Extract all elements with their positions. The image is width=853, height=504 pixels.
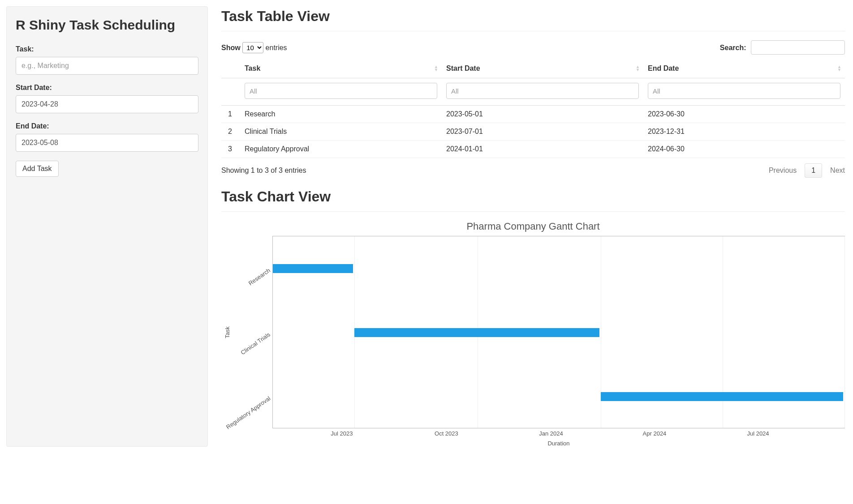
col-header-start[interactable]: Start Date ▲▼ (442, 59, 643, 78)
pagination: Previous 1 Next (769, 163, 845, 178)
chart-x-tick-label: Oct 2023 (435, 430, 458, 437)
chart-x-ticks: Jul 2023Oct 2023Jan 2024Apr 2024Jul 2024 (272, 428, 758, 437)
chart-y-category-label: Research (247, 267, 271, 286)
cell-start: 2023-05-01 (442, 106, 643, 123)
cell-end: 2023-12-31 (643, 123, 845, 141)
gantt-bar (601, 392, 843, 401)
show-label-pre: Show (221, 44, 241, 51)
cell-index: 2 (221, 123, 240, 141)
chart-x-tick-label: Apr 2024 (643, 430, 667, 437)
task-table: Task ▲▼ Start Date ▲▼ End Date ▲▼ (221, 59, 845, 158)
gantt-chart: Pharma Company Gantt Chart Task Research… (221, 221, 845, 447)
chart-xlabel: Duration (272, 440, 845, 447)
sort-icon: ▲▼ (837, 65, 841, 72)
table-row[interactable]: 3 Regulatory Approval 2024-01-01 2024-06… (221, 141, 845, 158)
sort-icon: ▲▼ (434, 65, 438, 72)
start-date-label: Start Date: (16, 84, 198, 92)
chart-x-tick-label: Jul 2023 (331, 430, 353, 437)
table-row[interactable]: 1 Research 2023-05-01 2023-06-30 (221, 106, 845, 123)
divider (221, 211, 845, 212)
task-input[interactable] (16, 57, 198, 75)
chart-y-categories: ResearchClinical TrialsRegulatory Approv… (233, 236, 272, 428)
app-title: R Shiny Task Scheduling (16, 17, 198, 33)
end-date-label: End Date: (16, 122, 198, 130)
add-task-button[interactable]: Add Task (16, 161, 59, 177)
sidebar-panel: R Shiny Task Scheduling Task: Start Date… (6, 6, 208, 447)
cell-end: 2023-06-30 (643, 106, 845, 123)
search-label: Search: (720, 44, 746, 51)
divider (221, 31, 845, 31)
start-date-input[interactable] (16, 95, 198, 113)
main-panel: Task Table View Show 10 entries Search: (221, 6, 847, 447)
chart-x-tick-label: Jul 2024 (747, 430, 769, 437)
col-header-end[interactable]: End Date ▲▼ (643, 59, 845, 78)
search-input[interactable] (751, 40, 845, 55)
cell-task: Clinical Trials (240, 123, 442, 141)
show-label-post: entries (266, 44, 287, 51)
col-header-task[interactable]: Task ▲▼ (240, 59, 442, 78)
cell-index: 3 (221, 141, 240, 158)
task-label: Task: (16, 45, 198, 53)
sort-icon: ▲▼ (636, 65, 640, 72)
filter-start[interactable] (446, 83, 639, 99)
gantt-bar (354, 328, 599, 337)
table-row[interactable]: 2 Clinical Trials 2023-07-01 2023-12-31 (221, 123, 845, 141)
cell-end: 2024-06-30 (643, 141, 845, 158)
page-number-button[interactable]: 1 (805, 163, 822, 178)
chart-title: Pharma Company Gantt Chart (221, 221, 845, 232)
chart-gridline (844, 236, 845, 428)
filter-end[interactable] (648, 83, 840, 99)
cell-start: 2024-01-01 (442, 141, 643, 158)
end-date-input[interactable] (16, 134, 198, 152)
chart-view-heading: Task Chart View (221, 188, 845, 205)
next-button[interactable]: Next (830, 167, 845, 175)
chart-ylabel: Task (224, 326, 231, 338)
cell-start: 2023-07-01 (442, 123, 643, 141)
cell-index: 1 (221, 106, 240, 123)
page-length-select[interactable]: 10 (242, 42, 263, 53)
gantt-bar (273, 264, 353, 273)
col-header-index[interactable] (221, 59, 240, 78)
chart-y-category-label: Clinical Trials (240, 331, 271, 356)
chart-x-tick-label: Jan 2024 (539, 430, 563, 437)
length-control: Show 10 entries (221, 42, 287, 53)
prev-button[interactable]: Previous (769, 167, 797, 175)
filter-task[interactable] (245, 83, 437, 99)
table-view-heading: Task Table View (221, 8, 845, 25)
search-control: Search: (720, 40, 845, 55)
cell-task: Regulatory Approval (240, 141, 442, 158)
chart-plot-area (272, 236, 845, 428)
table-info: Showing 1 to 3 of 3 entries (221, 167, 306, 175)
cell-task: Research (240, 106, 442, 123)
